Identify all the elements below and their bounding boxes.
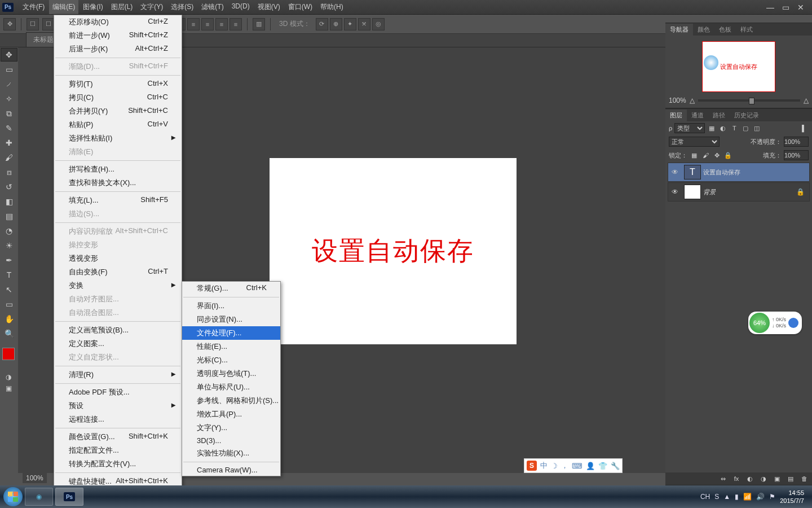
filter-type-icon[interactable]: T (730, 124, 739, 133)
ime-person-icon[interactable]: 👤 (586, 462, 595, 470)
ime-moon-icon[interactable]: ☽ (551, 462, 558, 470)
submenu-item[interactable]: 性能(E)... (182, 340, 280, 353)
tab-color[interactable]: 颜色 (693, 24, 714, 36)
filter-pixel-icon[interactable]: ▦ (707, 124, 716, 133)
menu-item[interactable]: Adobe PDF 预设... (54, 386, 182, 399)
ime-keyboard-icon[interactable]: ⌨ (572, 462, 582, 470)
menu-type[interactable]: 文字(Y) (137, 0, 166, 14)
auto-align-icon[interactable]: ▥ (253, 18, 265, 30)
submenu-item[interactable]: 增效工具(P)... (182, 408, 280, 421)
eyedropper-tool-icon[interactable]: ✎ (1, 121, 17, 135)
filter-smart-icon[interactable]: ◫ (752, 124, 761, 133)
show-transform-checkbox[interactable]: ☐ (42, 18, 55, 30)
tab-layers[interactable]: 图层 (665, 110, 687, 121)
menu-item[interactable]: 透视变形 (54, 252, 182, 265)
opacity-input[interactable] (784, 137, 809, 147)
distribute-icon[interactable]: ≡ (187, 18, 200, 30)
menu-item[interactable]: 剪切(T)Ctrl+X (54, 77, 182, 91)
menu-item[interactable]: 粘贴(P)Ctrl+V (54, 118, 182, 132)
ime-toolbar[interactable]: S 中 ☽ ， ⌨ 👤 👕 🔧 (524, 458, 623, 473)
ime-skin-icon[interactable]: 👕 (598, 462, 607, 470)
menu-item[interactable]: 查找和替换文本(X)... (54, 176, 182, 190)
brush-tool-icon[interactable]: 🖌 (1, 151, 17, 164)
hand-tool-icon[interactable]: ✋ (1, 312, 17, 326)
menu-item[interactable]: 后退一步(K)Alt+Ctrl+Z (54, 42, 182, 56)
3d-tool-icon[interactable]: ◎ (372, 18, 385, 30)
tab-paths[interactable]: 路径 (708, 110, 730, 121)
menu-item[interactable]: 清理(R)► (54, 368, 182, 382)
submenu-item[interactable]: 界面(I)... (182, 299, 280, 313)
lock-pixel-icon[interactable]: 🖌 (701, 151, 710, 160)
adjustment-icon[interactable]: ◑ (759, 474, 768, 483)
layer-row[interactable]: 👁 背景 🔒 (668, 182, 810, 202)
menu-item[interactable]: 选择性粘贴(I)► (54, 132, 182, 145)
submenu-item[interactable]: 同步设置(N)... (182, 313, 280, 326)
lock-pos-icon[interactable]: ✥ (712, 151, 721, 160)
tab-history[interactable]: 历史记录 (730, 110, 764, 121)
group-icon[interactable]: ▣ (773, 474, 782, 483)
submenu-item[interactable]: 文字(Y)... (182, 421, 280, 435)
menu-item[interactable]: 拼写检查(H)... (54, 163, 182, 176)
tab-navigator[interactable]: 导航器 (665, 24, 693, 36)
menu-filter[interactable]: 滤镜(T) (198, 0, 227, 14)
history-brush-tool-icon[interactable]: ↺ (1, 180, 17, 194)
minimize-icon[interactable]: ― (766, 3, 774, 12)
menu-item[interactable]: 颜色设置(G)...Shift+Ctrl+K (54, 430, 182, 444)
menu-item[interactable]: 定义画笔预设(B)... (54, 323, 182, 337)
layer-thumbnail[interactable] (684, 185, 701, 199)
tray-sogou-icon[interactable]: S (714, 493, 719, 501)
submenu-item[interactable]: 文件处理(F)... (182, 326, 280, 340)
ime-lang-icon[interactable]: 中 (540, 461, 548, 471)
layer-name[interactable]: 设置自动保存 (703, 168, 740, 177)
layer-kind-select[interactable]: 类型 (674, 123, 705, 133)
type-tool-icon[interactable]: T (1, 268, 17, 282)
zoom-out-icon[interactable]: △ (690, 97, 695, 104)
menu-item[interactable]: 还原移动(O)Ctrl+Z (54, 15, 182, 29)
filter-adjust-icon[interactable]: ◐ (718, 124, 727, 133)
menu-item[interactable]: 合并拷贝(Y)Shift+Ctrl+C (54, 104, 182, 118)
submenu-item[interactable]: 3D(3)... (182, 435, 280, 446)
delete-icon[interactable]: 🗑 (800, 474, 809, 483)
healing-tool-icon[interactable]: ✚ (1, 136, 17, 150)
sogou-logo-icon[interactable]: S (527, 461, 537, 471)
blur-tool-icon[interactable]: ◔ (1, 224, 17, 238)
fill-input[interactable] (784, 150, 809, 160)
tray-net-icon[interactable]: ▮ (735, 493, 739, 501)
close-icon[interactable]: ✕ (797, 3, 804, 12)
navigator-zoom-slider[interactable] (698, 99, 800, 102)
tab-swatches[interactable]: 色板 (714, 24, 736, 36)
tab-styles[interactable]: 样式 (736, 24, 757, 36)
tray-flag-icon[interactable]: ▲ (723, 493, 730, 501)
submenu-item[interactable]: 光标(C)... (182, 353, 280, 367)
fx-icon[interactable]: fx (732, 474, 741, 483)
menu-item[interactable]: 填充(L)...Shift+F5 (54, 194, 182, 207)
menu-item[interactable]: 预设► (54, 399, 182, 413)
submenu-item[interactable]: 透明度与色域(T)... (182, 367, 280, 380)
menu-edit[interactable]: 编辑(E) (49, 0, 78, 14)
taskbar-photoshop-button[interactable]: Ps (55, 488, 83, 506)
3d-tool-icon[interactable]: ⤧ (358, 18, 370, 30)
tray-ch-icon[interactable]: CH (700, 493, 710, 501)
menu-item[interactable]: 前进一步(W)Shift+Ctrl+Z (54, 29, 182, 42)
move-tool-icon[interactable]: ✥ (3, 18, 16, 30)
new-layer-icon[interactable]: ▤ (786, 474, 795, 483)
taskbar-clock[interactable]: 14:55 2015/7/7 (780, 489, 804, 505)
shape-tool-icon[interactable]: ▭ (1, 297, 17, 311)
taskbar-app-button[interactable]: ◉ (25, 488, 53, 506)
zoom-tool-icon[interactable]: 🔍 (1, 327, 17, 340)
submenu-item[interactable]: 单位与标尺(U)... (182, 380, 280, 394)
tray-shield-icon[interactable]: ⚑ (769, 493, 775, 501)
3d-tool-icon[interactable]: ⊕ (330, 18, 342, 30)
3d-tool-icon[interactable]: ✦ (344, 18, 356, 30)
crop-tool-icon[interactable]: ⧉ (1, 107, 17, 120)
tab-channels[interactable]: 通道 (687, 110, 708, 121)
start-button[interactable] (3, 487, 23, 506)
menu-item[interactable]: 拷贝(C)Ctrl+C (54, 91, 182, 104)
submenu-item[interactable]: 实验性功能(X)... (182, 446, 280, 460)
menu-file[interactable]: 文件(F) (19, 0, 48, 14)
layer-name[interactable]: 背景 (703, 188, 716, 196)
filter-shape-icon[interactable]: ▢ (741, 124, 750, 133)
ime-comma-icon[interactable]: ， (561, 461, 568, 471)
menu-help[interactable]: 帮助(H) (317, 0, 347, 14)
menu-item[interactable]: 转换为配置文件(V)... (54, 457, 182, 471)
